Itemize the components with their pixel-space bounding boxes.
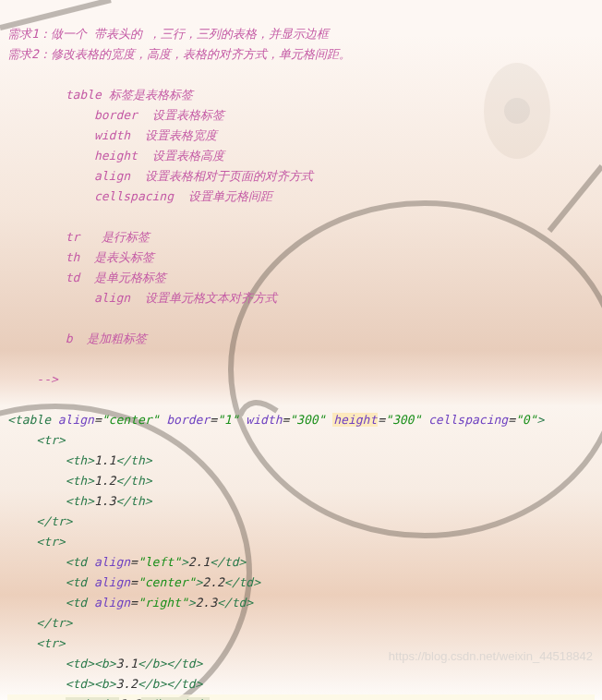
comment-line: 需求1：做一个 带表头的 ，三行，三列的表格，并显示边框 — [7, 27, 329, 41]
watermark: https://blog.csdn.net/weixin_44518842 — [389, 646, 593, 667]
comment-line: th 是表头标签 — [66, 250, 154, 264]
tag-table-open: <table — [7, 413, 51, 427]
tag-tr-open: <tr> — [36, 535, 65, 549]
comment-line: align 设置单元格文本对齐方式 — [94, 291, 277, 305]
code-block: 需求1：做一个 带表头的 ，三行，三列的表格，并显示边框 需求2：修改表格的宽度… — [0, 0, 602, 700]
comment-line: height 设置表格高度 — [94, 149, 224, 163]
comment-line: align 设置表格相对于页面的对齐方式 — [94, 169, 313, 183]
comment-line: 需求2：修改表格的宽度，高度，表格的对齐方式，单元格间距。 — [7, 47, 351, 61]
tag-tr-open: <tr> — [36, 433, 65, 447]
tag-tr-close: </tr> — [36, 514, 72, 528]
comment-line: cellspacing 设置单元格间距 — [94, 189, 272, 203]
tag-tr-close: </tr> — [36, 616, 72, 630]
comment-line: b 是加粗标签 — [66, 332, 147, 345]
highlighted-attr-height: height — [332, 413, 378, 427]
comment-line: width 设置表格宽度 — [94, 128, 217, 142]
highlighted-line: <td><b>3.3</b></td> — [7, 694, 595, 700]
tag-tr-open: <tr> — [36, 636, 65, 650]
comment-line: table 标签是表格标签 — [66, 88, 193, 102]
comment-line: tr 是行标签 — [66, 230, 150, 244]
comment-end: --> — [36, 372, 57, 386]
comment-line: td 是单元格标签 — [66, 271, 166, 284]
comment-line: border 设置表格标签 — [94, 108, 224, 122]
